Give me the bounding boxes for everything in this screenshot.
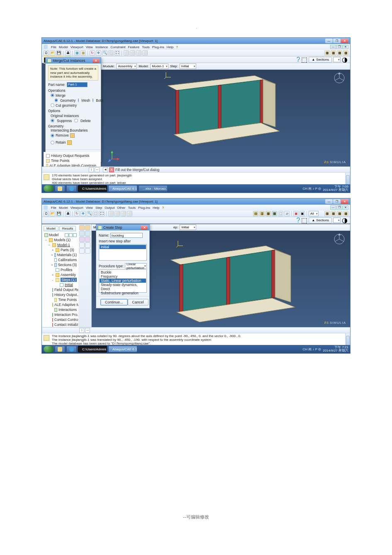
field-output-tool[interactable] [79, 231, 85, 236]
print-icon[interactable]: 🖶 [65, 211, 71, 216]
tree-item[interactable]: Materials (1) [57, 253, 77, 257]
history-manager-tool[interactable] [85, 237, 90, 242]
tree-item[interactable]: Models (1) [54, 238, 71, 242]
pan-icon[interactable]: ✥ [96, 50, 101, 56]
query-icon[interactable]: ? [296, 217, 300, 224]
inner-max[interactable]: ❐ [336, 45, 342, 49]
menu-item[interactable]: Instance [95, 45, 108, 49]
all-combo[interactable]: All [309, 211, 319, 216]
open-icon[interactable]: 📂 [50, 50, 55, 56]
render-icon[interactable]: ▦ [337, 50, 342, 56]
tray-icons[interactable]: CH 画 ♪ P ◎ [303, 347, 321, 352]
taskbar-item[interactable]: C:\Users\Admini... [78, 185, 107, 192]
render-icon[interactable]: ▦ [331, 211, 336, 216]
menu-item[interactable]: File [51, 206, 56, 210]
history-output-tool[interactable] [79, 237, 85, 242]
view-icon[interactable]: ⬜ [130, 50, 135, 56]
render-icon[interactable]: ▦ [337, 211, 342, 216]
new-icon[interactable]: 🗋 [44, 211, 49, 216]
inner-min[interactable]: — [330, 205, 336, 210]
list-item[interactable]: Buckle [100, 270, 146, 274]
shade-icon[interactable]: ⬚ [278, 211, 283, 216]
view-icon[interactable]: ⬜ [124, 50, 129, 56]
maximize-button[interactable]: ❐ [333, 39, 341, 43]
close-icon[interactable]: ✕ [93, 59, 99, 63]
zoom-icon[interactable]: 🔍 [102, 50, 107, 56]
model-combo[interactable]: Model-1 [150, 64, 168, 69]
tree-item[interactable]: Assembly [61, 273, 76, 277]
tree-item[interactable]: History Output... [54, 293, 78, 297]
query-icon[interactable]: ⬚ [301, 216, 307, 224]
scrollbar[interactable] [345, 333, 350, 345]
rotate-icon[interactable]: ↻ [74, 211, 80, 216]
menu-item[interactable]: Viewport [71, 206, 83, 210]
annot-icon[interactable]: ▣ [293, 211, 299, 216]
delete-radio[interactable] [74, 119, 78, 122]
sections-button[interactable]: ▲Sections [309, 218, 332, 223]
y-button[interactable]: ↔ [95, 167, 100, 172]
inner-close[interactable]: ✕ [343, 45, 348, 49]
menu-item[interactable]: Feature [128, 45, 140, 49]
tree-item[interactable]: History Output Requests [51, 154, 90, 158]
render-icon[interactable]: ▦ [343, 50, 348, 56]
procedure-list[interactable]: BuckleFrequencyStatic, Linear perturbati… [99, 269, 147, 293]
procedure-combo[interactable]: Linear perturbation [125, 263, 147, 269]
shade-icon[interactable]: ▦ [272, 211, 277, 216]
model-tree[interactable]: Model Results Model −Models (1) −Model-1… [42, 224, 78, 333]
partname-input[interactable] [67, 82, 88, 87]
results-tab[interactable]: Results [59, 226, 76, 231]
menu-item[interactable]: Constraint [110, 45, 125, 49]
tool-icon[interactable]: ▦ [74, 50, 80, 56]
create-step-tool[interactable] [79, 225, 85, 230]
menu-item[interactable]: Tools [128, 206, 136, 210]
step-combo[interactable]: Initial [180, 64, 196, 69]
menu-item[interactable]: Help [153, 206, 159, 210]
save-icon[interactable]: 💾 [56, 211, 61, 216]
menu-item[interactable]: ? [162, 206, 164, 210]
retain-radio[interactable] [51, 141, 54, 144]
tree-item[interactable]: Initial [65, 283, 73, 287]
color-icon[interactable]: ◑ [342, 56, 348, 64]
close-icon[interactable]: ✕ [141, 225, 148, 230]
tree-item[interactable]: Profiles [61, 268, 72, 272]
tree-btn-icon[interactable] [69, 233, 73, 237]
taskbar-item[interactable]: ...xlsx - Microso... [139, 185, 168, 192]
view-icon[interactable]: ⬜ [108, 211, 114, 216]
view-icon[interactable]: ⬜ [121, 211, 126, 216]
tree-btn-icon[interactable] [65, 233, 68, 237]
list-item[interactable]: Steady-state dynamics, Direct [100, 283, 146, 291]
menu-item[interactable]: Tools [142, 45, 150, 49]
dialog-titlebar[interactable]: Merge/Cut Instances ✕ [46, 58, 101, 64]
mesh-radio[interactable] [78, 98, 79, 102]
minimize-button[interactable]: — [325, 39, 333, 43]
print-icon[interactable]: 🖶 [65, 50, 71, 56]
stepname-input[interactable] [110, 233, 143, 238]
compass-icon[interactable] [334, 72, 345, 84]
tool-icon[interactable] [85, 242, 90, 248]
zoom-icon[interactable]: 🔍 [87, 211, 92, 216]
tree-item[interactable]: Sections (3) [58, 263, 77, 267]
taskbar-item[interactable]: Abaqus/CAE 6.1... [108, 346, 137, 352]
tree-item[interactable]: Steps (1) [61, 278, 77, 282]
module-combo[interactable]: Assembly [116, 64, 137, 69]
geometry-radio[interactable] [55, 98, 58, 102]
remove-radio[interactable] [51, 134, 54, 137]
inner-max[interactable]: ❐ [336, 205, 342, 210]
new-icon[interactable]: 🗋 [44, 50, 49, 56]
both-radio[interactable] [93, 98, 93, 102]
render-icon[interactable]: ▦ [324, 50, 330, 56]
tree-item[interactable]: Time Points [58, 298, 77, 302]
menu-item[interactable]: Step [95, 206, 102, 210]
message-area[interactable]: The instance jiaqiangjib-1 was rotated b… [42, 333, 350, 345]
list-item[interactable]: Initial [100, 245, 146, 249]
step-manager-tool[interactable] [85, 225, 90, 230]
tree-btn-icon[interactable] [73, 233, 77, 237]
clock[interactable]: 下午 7:052014/9/27 星期六 [323, 185, 348, 192]
annot-icon[interactable]: ▣ [299, 211, 305, 216]
sections-button[interactable]: ▲Sections [309, 57, 332, 63]
taskbar-item[interactable] [55, 185, 65, 192]
system-tray[interactable]: CH 画 ♪ P ◎ 下午 7:212014/9/27 星期六 [303, 346, 348, 352]
start-button[interactable] [44, 185, 54, 192]
menu-item[interactable]: Plug-ins [152, 45, 164, 49]
menu-item[interactable]: File [51, 45, 56, 49]
